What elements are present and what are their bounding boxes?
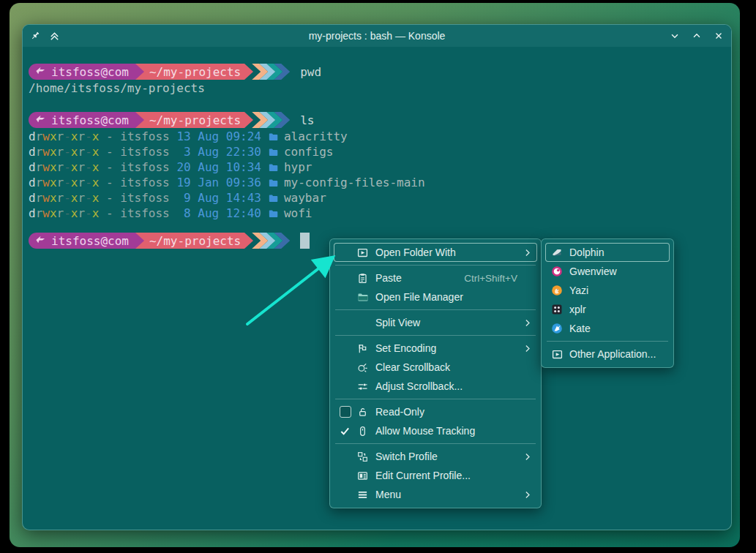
listing-name: wofi (284, 206, 312, 221)
mouse-icon (356, 426, 369, 437)
menu-item-adjust-scrollback[interactable]: Adjust Scrollback... (334, 377, 537, 396)
menu-item-label: Open File Manager (375, 291, 463, 303)
submenu-item-dolphin[interactable]: Dolphin (545, 243, 670, 262)
prompt-path: ~/my-projects (149, 113, 241, 127)
yazi-icon (550, 285, 564, 296)
lock-icon (356, 407, 369, 418)
listing-date: 8 Aug 12:40 (176, 206, 261, 221)
check-slot (339, 361, 351, 374)
command-output: /home/itsfoss/my-projects (29, 80, 727, 96)
shade-button[interactable] (670, 31, 680, 41)
menu-item-set-encoding[interactable]: Set Encoding (334, 339, 537, 358)
menu-item-label: Open Folder With (375, 247, 456, 258)
prompt-path-segment: ~/my-projects (135, 233, 244, 249)
open-with-icon (356, 247, 369, 258)
listing-perms: drwxr-xr-x (29, 190, 99, 206)
menu-item-open-folder-with[interactable]: Open Folder With (334, 243, 537, 262)
menu-separator (335, 265, 536, 266)
submenu-item-xplr[interactable]: xplr (545, 300, 670, 319)
menu-item-clear-scrollback[interactable]: Clear Scrollback (334, 358, 537, 377)
menu-separator (335, 335, 536, 336)
menu-item-split-view[interactable]: Split View (334, 313, 537, 332)
folder-app-icon (356, 291, 369, 303)
listing-links-owner: - itsfoss (99, 190, 176, 206)
checkbox-box (340, 406, 351, 418)
submenu-item-label: Kate (569, 323, 591, 334)
flag-icon (356, 343, 369, 354)
listing-perms: drwxr-xr-x (29, 206, 99, 221)
menu-item-read-only[interactable]: Read-Only (334, 402, 537, 421)
folder-icon (268, 162, 279, 173)
command-text: pwd (300, 65, 321, 79)
submenu-item-other-application[interactable]: Other Application... (545, 345, 670, 364)
listing-date: 20 Aug 10:34 (176, 159, 261, 175)
titlebar[interactable]: my-projects : bash — Konsole (23, 25, 731, 47)
menu-item-open-file-manager[interactable]: Open File Manager (334, 287, 537, 306)
listing-links-owner: - itsfoss (99, 206, 176, 221)
profiles-icon (356, 451, 369, 462)
submenu-item-yazi[interactable]: Yazi (545, 281, 670, 300)
keep-above-button[interactable] (49, 31, 60, 42)
menu-item-label: Split View (375, 317, 420, 328)
listing-row: drwxr-xr-x - itsfoss 19 Jan 09:36my-conf… (29, 175, 727, 190)
menu-item-paste[interactable]: PasteCtrl+Shift+V (334, 268, 537, 287)
menu-item-menu[interactable]: Menu (334, 485, 537, 504)
listing-date: 19 Jan 09:36 (176, 175, 261, 190)
prompt-icon (35, 113, 46, 127)
checkbox-unchecked (339, 406, 351, 418)
listing-row: drwxr-xr-x - itsfoss 13 Aug 09:24alacrit… (29, 129, 727, 144)
prompt-line: itsfoss@com~/my-projectspwd (29, 63, 727, 80)
context-menu: Open Folder WithPasteCtrl+Shift+VOpen Fi… (329, 238, 542, 508)
prompt-user-host: itsfoss@com (51, 65, 129, 79)
listing-row: drwxr-xr-x - itsfoss 3 Aug 22:30configs (29, 144, 727, 159)
submenu-item-label: Dolphin (569, 247, 604, 258)
prompt-arrow (244, 112, 253, 128)
check-slot (339, 470, 351, 482)
menu-item-label: Paste (375, 272, 402, 284)
listing-row: drwxr-xr-x - itsfoss 9 Aug 14:43waybar (29, 190, 727, 206)
prompt-arrow (244, 64, 253, 80)
maximize-button[interactable] (692, 31, 702, 41)
close-button[interactable] (714, 31, 724, 41)
check-slot (339, 272, 351, 285)
listing-links-owner: - itsfoss (99, 175, 176, 190)
command-text: ls (300, 113, 314, 127)
submenu-item-gwenview[interactable]: Gwenview (545, 262, 670, 281)
submenu-item-kate[interactable]: Kate (545, 319, 670, 338)
menu-item-edit-current-profile[interactable]: Edit Current Profile... (334, 466, 537, 485)
listing-date: 3 Aug 22:30 (176, 144, 261, 159)
folder-icon (268, 208, 279, 219)
check-slot (339, 247, 351, 259)
submenu-item-label: Other Application... (569, 348, 656, 360)
pin-button[interactable] (30, 31, 40, 41)
menu-item-label: Clear Scrollback (375, 361, 450, 373)
listing-date: 13 Aug 09:24 (176, 129, 261, 144)
menu-separator (335, 399, 536, 399)
listing-name: alacritty (284, 129, 348, 144)
listing-name: configs (284, 144, 333, 159)
terminal-cursor (300, 233, 310, 249)
listing-links-owner: - itsfoss (99, 129, 176, 144)
menu-separator (335, 309, 536, 310)
menu-separator (335, 443, 536, 444)
listing-name: hypr (284, 159, 312, 175)
prompt-path-segment: ~/my-projects (135, 112, 244, 128)
menu-item-label: Adjust Scrollback... (375, 380, 463, 392)
menu-separator (547, 341, 668, 342)
listing-name: my-config-files-main (284, 175, 425, 190)
checkbox-checked (339, 425, 351, 437)
check-slot (339, 291, 351, 304)
prompt-user-segment: itsfoss@com (29, 64, 135, 80)
submenu-item-label: xplr (569, 304, 586, 315)
prompt-user-segment: itsfoss@com (29, 112, 135, 128)
menu-item-label: Set Encoding (375, 342, 436, 354)
prompt-path: ~/my-projects (149, 65, 241, 79)
open-folder-with-submenu: DolphinGwenviewYazixplrKateOther Applica… (541, 238, 674, 368)
menu-item-switch-profile[interactable]: Switch Profile (334, 447, 537, 466)
menu-item-allow-mouse-tracking[interactable]: Allow Mouse Tracking (334, 421, 537, 440)
hamburger-icon (356, 489, 369, 500)
listing-links-owner: - itsfoss (99, 159, 176, 175)
menu-item-label: Edit Current Profile... (375, 470, 471, 481)
chevron-right-icon (523, 452, 532, 462)
kate-icon (550, 323, 564, 334)
